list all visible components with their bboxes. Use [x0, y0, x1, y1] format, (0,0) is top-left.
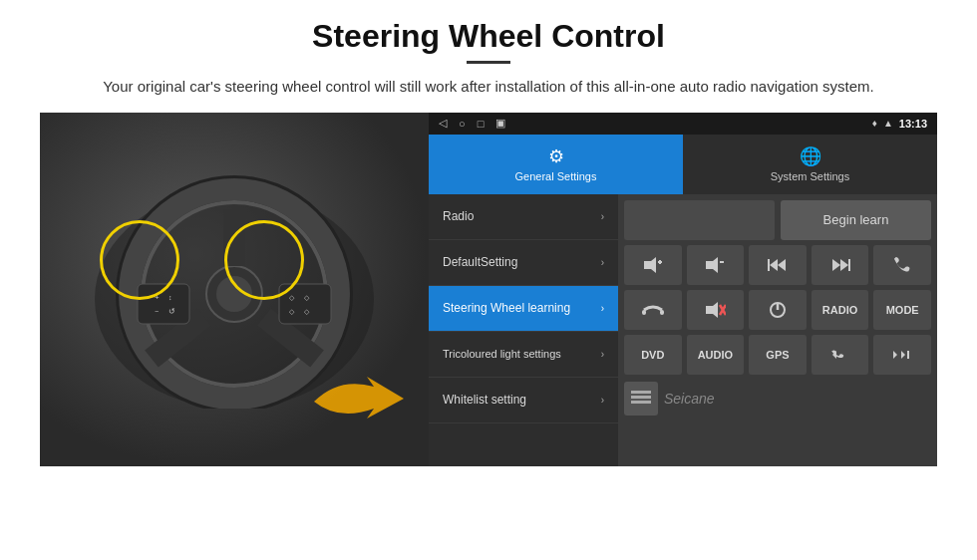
status-bar-right: ♦ ▲ 13:13: [872, 118, 927, 130]
dvd-button[interactable]: DVD: [624, 335, 682, 375]
content-area: + − ↕ ↺ ◇ ◇ ◇ ◇: [40, 113, 937, 466]
svg-marker-25: [770, 259, 778, 271]
chevron-icon: ›: [601, 211, 604, 222]
begin-learn-button[interactable]: Begin learn: [781, 200, 931, 240]
prev-track-button[interactable]: [749, 245, 807, 285]
seicane-watermark: Seicane: [664, 391, 715, 407]
begin-learn-row: Begin learn: [624, 200, 931, 240]
seicane-icon: [624, 382, 658, 416]
menu-item-steering-wheel[interactable]: Steering Wheel learning ›: [429, 286, 618, 332]
status-bar: ◁ ○ □ ▣ ♦ ▲ 13:13: [429, 113, 937, 135]
system-settings-icon: 🌐: [800, 145, 821, 167]
radio-label: RADIO: [822, 304, 857, 316]
tab-system[interactable]: 🌐 System Settings: [683, 135, 937, 194]
car-background: + − ↕ ↺ ◇ ◇ ◇ ◇: [40, 113, 429, 466]
watermark-row: Seicane: [624, 380, 931, 418]
svg-rect-40: [907, 351, 909, 359]
chevron-icon: ›: [601, 257, 604, 268]
menu-item-whitelist-label: Whitelist setting: [443, 393, 601, 407]
android-ui: ◁ ○ □ ▣ ♦ ▲ 13:13 ⚙ General Settings: [429, 113, 937, 466]
clock: 13:13: [899, 118, 927, 130]
mute-button[interactable]: [687, 290, 745, 330]
chevron-icon: ›: [601, 303, 604, 314]
svg-marker-38: [893, 351, 897, 359]
audio-label: AUDIO: [698, 349, 733, 361]
svg-marker-22: [706, 257, 718, 273]
chevron-icon: ›: [601, 349, 604, 360]
svg-text:↺: ↺: [168, 307, 175, 316]
left-menu: Radio › DefaultSetting › Steering Wheel …: [429, 194, 618, 466]
svg-rect-30: [642, 310, 646, 315]
mode-button[interactable]: MODE: [873, 290, 931, 330]
svg-marker-28: [840, 259, 848, 271]
right-highlight-circle: [224, 220, 304, 300]
control-row-3: DVD AUDIO GPS: [624, 335, 931, 375]
page-title: Steering Wheel Control: [312, 18, 665, 55]
page-container: Steering Wheel Control Your original car…: [0, 0, 977, 560]
svg-marker-19: [644, 257, 656, 273]
mode-label: MODE: [886, 304, 919, 316]
wifi-icon: ▲: [883, 118, 893, 129]
tab-general-label: General Settings: [515, 170, 597, 182]
dvd-label: DVD: [641, 349, 664, 361]
phone-prev-button[interactable]: [812, 335, 869, 375]
svg-marker-32: [706, 302, 718, 318]
page-subtitle: Your original car's steering wheel contr…: [103, 76, 874, 99]
menu-item-radio[interactable]: Radio ›: [429, 194, 618, 240]
menu-item-radio-label: Radio: [443, 209, 601, 223]
svg-rect-29: [848, 259, 850, 271]
main-split: Radio › DefaultSetting › Steering Wheel …: [429, 194, 937, 466]
menu-item-default-setting[interactable]: DefaultSetting ›: [429, 240, 618, 286]
audio-button[interactable]: AUDIO: [687, 335, 745, 375]
power-button[interactable]: [749, 290, 807, 330]
svg-rect-31: [660, 310, 664, 315]
status-bar-left: ◁ ○ □ ▣: [439, 117, 505, 130]
back-icon[interactable]: ◁: [439, 117, 447, 130]
next-track-button[interactable]: [812, 245, 869, 285]
svg-marker-24: [778, 259, 786, 271]
menu-item-steering-label: Steering Wheel learning: [443, 301, 601, 315]
svg-text:−: −: [155, 308, 159, 315]
svg-rect-41: [631, 391, 651, 394]
svg-marker-39: [901, 351, 905, 359]
title-divider: [467, 61, 510, 64]
svg-marker-27: [832, 259, 840, 271]
home-icon[interactable]: ○: [459, 118, 466, 130]
svg-rect-42: [631, 396, 651, 399]
direction-arrow: [309, 367, 409, 436]
svg-text:↕: ↕: [168, 294, 172, 301]
recent-icon[interactable]: □: [478, 118, 485, 130]
menu-item-tricoloured[interactable]: Tricoloured light settings ›: [429, 332, 618, 378]
screenshot-icon[interactable]: ▣: [495, 117, 505, 130]
phone-button[interactable]: [873, 245, 931, 285]
right-panel: Begin learn: [618, 194, 937, 466]
back-next-button[interactable]: [873, 335, 931, 375]
tab-general[interactable]: ⚙ General Settings: [429, 135, 683, 194]
svg-rect-26: [768, 259, 770, 271]
settings-tabs: ⚙ General Settings 🌐 System Settings: [429, 135, 937, 194]
radio-button[interactable]: RADIO: [812, 290, 869, 330]
gps-button[interactable]: GPS: [749, 335, 807, 375]
vol-down-button[interactable]: [687, 245, 745, 285]
chevron-icon: ›: [601, 395, 604, 406]
tab-system-label: System Settings: [771, 170, 849, 182]
svg-rect-43: [631, 401, 651, 404]
general-settings-icon: ⚙: [548, 145, 564, 167]
control-row-2: RADIO MODE: [624, 290, 931, 330]
vol-up-button[interactable]: [624, 245, 682, 285]
empty-input-box: [624, 200, 775, 240]
location-icon: ♦: [872, 118, 877, 129]
car-image-area: + − ↕ ↺ ◇ ◇ ◇ ◇: [40, 113, 429, 466]
menu-item-default-label: DefaultSetting: [443, 255, 601, 269]
menu-item-tricoloured-label: Tricoloured light settings: [443, 348, 601, 360]
menu-item-whitelist[interactable]: Whitelist setting ›: [429, 378, 618, 423]
gps-label: GPS: [766, 349, 789, 361]
hang-up-button[interactable]: [624, 290, 682, 330]
left-highlight-circle: [100, 220, 179, 300]
control-row-1: [624, 245, 931, 285]
